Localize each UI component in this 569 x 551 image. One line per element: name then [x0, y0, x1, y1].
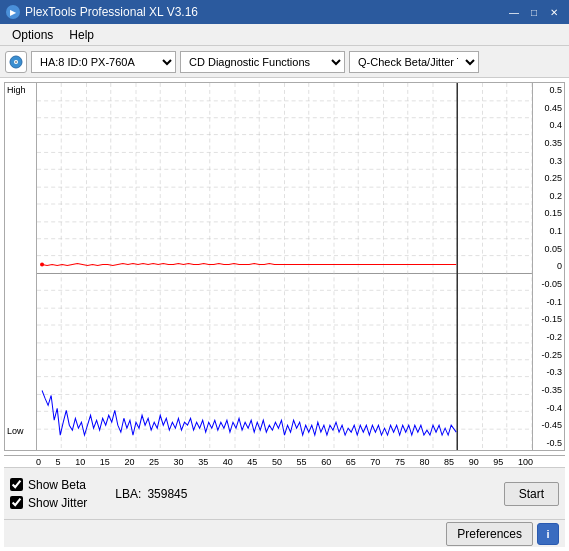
y-label-2: 0.4: [535, 120, 562, 130]
title-bar-text: PlexTools Professional XL V3.16: [25, 5, 198, 19]
show-beta-label: Show Beta: [28, 478, 86, 492]
start-button[interactable]: Start: [504, 482, 559, 506]
x-label-14: 70: [370, 457, 380, 467]
x-label-19: 95: [493, 457, 503, 467]
drive-select[interactable]: HA:8 ID:0 PX-760A: [31, 51, 176, 73]
chart-inner: [37, 83, 532, 450]
minimize-button[interactable]: —: [505, 4, 523, 20]
show-beta-input[interactable]: [10, 478, 23, 491]
y-label-8: 0.1: [535, 226, 562, 236]
y-label-16: -0.3: [535, 367, 562, 377]
show-beta-checkbox[interactable]: Show Beta: [10, 478, 87, 492]
info-button[interactable]: i: [537, 523, 559, 545]
y-label-7: 0.15: [535, 208, 562, 218]
x-label-6: 30: [174, 457, 184, 467]
chart-container: High Low: [4, 82, 565, 451]
x-label-7: 35: [198, 457, 208, 467]
title-bar-left: ▶ PlexTools Professional XL V3.16: [6, 5, 198, 19]
menu-options[interactable]: Options: [4, 26, 61, 44]
chart-svg: [37, 83, 532, 450]
x-label-10: 50: [272, 457, 282, 467]
x-label-5: 25: [149, 457, 159, 467]
bottom-panel: Show Beta Show Jitter LBA: 359845 Start: [4, 467, 565, 519]
x-label-17: 85: [444, 457, 454, 467]
svg-point-46: [40, 263, 44, 267]
menu-bar: Options Help: [0, 24, 569, 46]
checkbox-group: Show Beta Show Jitter: [10, 478, 87, 510]
y-label-3: 0.35: [535, 138, 562, 148]
show-jitter-label: Show Jitter: [28, 496, 87, 510]
menu-help[interactable]: Help: [61, 26, 102, 44]
lba-value: 359845: [147, 487, 187, 501]
y-label-17: -0.35: [535, 385, 562, 395]
x-label-20: 100: [518, 457, 533, 467]
x-label-9: 45: [247, 457, 257, 467]
y-label-13: -0.15: [535, 314, 562, 324]
y-label-14: -0.2: [535, 332, 562, 342]
preferences-row: Preferences i: [4, 519, 565, 547]
y-label-18: -0.4: [535, 403, 562, 413]
y-label-6: 0.2: [535, 191, 562, 201]
lba-section: LBA: 359845: [115, 487, 187, 501]
x-label-2: 10: [75, 457, 85, 467]
lba-label: LBA:: [115, 487, 141, 501]
x-label-4: 20: [124, 457, 134, 467]
x-label-18: 90: [469, 457, 479, 467]
x-label-13: 65: [346, 457, 356, 467]
x-label-0: 0: [36, 457, 41, 467]
x-axis: 0 5 10 15 20 25 30 35 40 45 50 55 60 65 …: [4, 455, 565, 467]
y-label-4: 0.3: [535, 156, 562, 166]
maximize-button[interactable]: □: [525, 4, 543, 20]
cd-icon: [9, 55, 23, 69]
y-label-20: -0.5: [535, 438, 562, 448]
drive-icon-button[interactable]: [5, 51, 27, 73]
show-jitter-checkbox[interactable]: Show Jitter: [10, 496, 87, 510]
y-label-1: 0.45: [535, 103, 562, 113]
preferences-button[interactable]: Preferences: [446, 522, 533, 546]
low-label: Low: [7, 426, 24, 436]
title-bar-controls: — □ ✕: [505, 4, 563, 20]
x-label-15: 75: [395, 457, 405, 467]
y-axis-left: High Low: [5, 83, 37, 450]
x-label-11: 55: [297, 457, 307, 467]
function-select[interactable]: CD Diagnostic Functions: [180, 51, 345, 73]
x-label-16: 80: [420, 457, 430, 467]
x-label-3: 15: [100, 457, 110, 467]
show-jitter-input[interactable]: [10, 496, 23, 509]
title-bar: ▶ PlexTools Professional XL V3.16 — □ ✕: [0, 0, 569, 24]
close-button[interactable]: ✕: [545, 4, 563, 20]
x-label-8: 40: [223, 457, 233, 467]
app-icon: ▶: [6, 5, 20, 19]
y-label-0: 0.5: [535, 85, 562, 95]
x-label-1: 5: [56, 457, 61, 467]
y-label-10: 0: [535, 261, 562, 271]
y-label-15: -0.25: [535, 350, 562, 360]
y-label-9: 0.05: [535, 244, 562, 254]
high-label: High: [7, 85, 26, 95]
y-label-11: -0.05: [535, 279, 562, 289]
main-content: High Low: [0, 78, 569, 551]
svg-point-2: [15, 61, 17, 63]
y-label-12: -0.1: [535, 297, 562, 307]
y-label-19: -0.45: [535, 420, 562, 430]
x-label-12: 60: [321, 457, 331, 467]
y-label-5: 0.25: [535, 173, 562, 183]
y-axis-right: 0.5 0.45 0.4 0.35 0.3 0.25 0.2 0.15 0.1 …: [532, 83, 564, 450]
test-select[interactable]: Q-Check Beta/Jitter Test: [349, 51, 479, 73]
toolbar: HA:8 ID:0 PX-760A CD Diagnostic Function…: [0, 46, 569, 78]
